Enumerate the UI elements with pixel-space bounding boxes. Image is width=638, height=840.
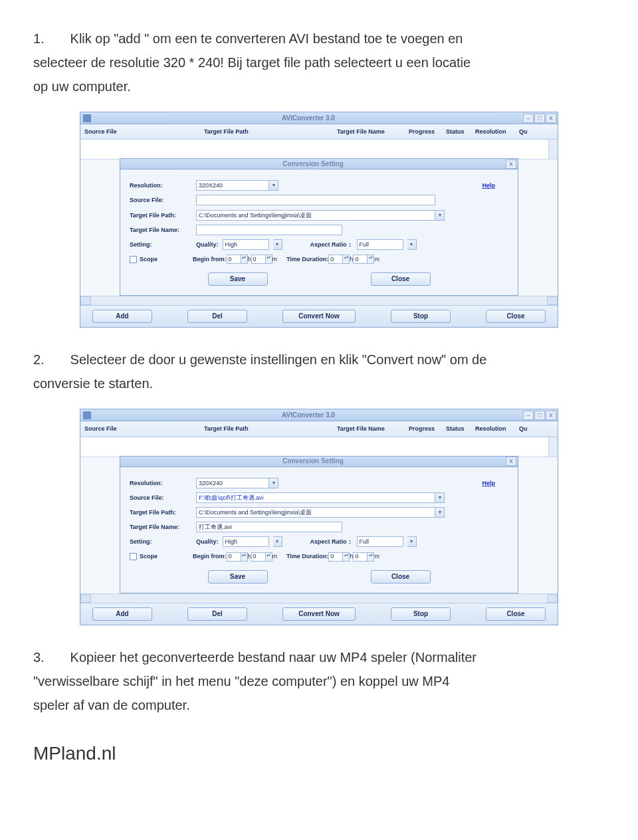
- del-button[interactable]: Del: [187, 607, 247, 621]
- step2-num: 2.: [33, 348, 66, 371]
- stop-button[interactable]: Stop: [391, 607, 451, 621]
- footer-brand: MPland.nl: [33, 737, 605, 770]
- resolution-dropdown-icon[interactable]: ▾: [269, 478, 278, 488]
- quality-input[interactable]: High: [223, 536, 269, 547]
- vertical-scrollbar[interactable]: [548, 140, 558, 159]
- close-window-button[interactable]: X: [546, 411, 556, 420]
- close-window-button[interactable]: X: [546, 114, 556, 123]
- scope-label: Scope: [140, 551, 193, 562]
- add-button[interactable]: Add: [92, 310, 152, 323]
- target-path-input[interactable]: C:\Documents and Settings\lengjinxia\桌面: [196, 210, 435, 221]
- step1-line-b: selecteer de resolutie 320 * 240! Bij ta…: [33, 55, 471, 70]
- resolution-input[interactable]: 320X240: [196, 478, 269, 488]
- step2-line-a: Selecteer de door u gewenste instellinge…: [70, 352, 487, 367]
- resolution-input[interactable]: 320X240: [196, 180, 269, 191]
- save-button[interactable]: Save: [208, 272, 268, 286]
- maximize-button[interactable]: □: [534, 411, 545, 420]
- horizontal-scrollbar[interactable]: [80, 593, 558, 603]
- aspect-dropdown-icon[interactable]: ▾: [407, 239, 417, 250]
- aspect-label: Aspect Ratio：: [310, 536, 353, 547]
- app-icon: [83, 114, 91, 122]
- step1-num: 1.: [33, 27, 66, 51]
- quality-label: Quality:: [196, 239, 219, 250]
- dur-h-input[interactable]: 0: [328, 255, 343, 264]
- source-file-label: Source File:: [130, 195, 196, 205]
- target-name-label: Target File Name:: [130, 522, 196, 532]
- target-name-input[interactable]: [196, 225, 342, 235]
- maximize-button[interactable]: □: [534, 114, 545, 123]
- column-headers: Source File Target File Path Target File…: [80, 124, 558, 140]
- del-button[interactable]: Del: [187, 310, 247, 323]
- begin-m-input[interactable]: 0: [251, 255, 266, 264]
- minimize-button[interactable]: –: [523, 411, 534, 420]
- app-icon: [83, 411, 91, 419]
- dur-h-input[interactable]: 0: [328, 552, 343, 562]
- close-button[interactable]: Close: [371, 272, 431, 286]
- source-file-label: Source File:: [130, 492, 196, 503]
- m-unit: m: [374, 254, 379, 264]
- begin-m-input[interactable]: 0: [251, 552, 266, 562]
- minimize-button[interactable]: –: [523, 114, 534, 123]
- aspect-input[interactable]: Full: [357, 536, 403, 547]
- spinner-icon[interactable]: ▴▾: [266, 552, 272, 562]
- begin-h-input[interactable]: 0: [227, 255, 241, 264]
- scope-checkbox[interactable]: [130, 256, 137, 263]
- dialog-close-icon[interactable]: X: [506, 457, 516, 466]
- step3-num: 3.: [33, 645, 66, 669]
- close-app-button[interactable]: Close: [486, 607, 546, 621]
- time-duration-label: Time Duration:: [286, 551, 328, 562]
- target-name-label: Target File Name:: [130, 225, 196, 235]
- quality-dropdown-icon[interactable]: ▾: [273, 536, 282, 547]
- convert-now-button[interactable]: Convert Now: [282, 607, 356, 621]
- setting-label: Setting:: [130, 239, 196, 250]
- target-path-browse-icon[interactable]: ▾: [435, 507, 445, 518]
- spinner-icon[interactable]: ▴▾: [368, 552, 374, 562]
- close-app-button[interactable]: Close: [486, 310, 546, 323]
- save-button[interactable]: Save: [208, 570, 268, 583]
- stop-button[interactable]: Stop: [391, 310, 451, 323]
- app-title: AVIConverter 3.0: [94, 409, 523, 421]
- source-file-input[interactable]: F:\歌曲\qcif\打工奇遇.avi: [196, 492, 435, 503]
- step1-text: 1. Klik op "add " om een te converteren …: [33, 27, 605, 98]
- col-source: Source File: [84, 423, 204, 434]
- help-link[interactable]: Help: [482, 478, 495, 488]
- conversion-setting-dialog: Conversion Setting X Resolution: 320X240…: [120, 158, 518, 296]
- resolution-label: Resolution:: [130, 180, 196, 191]
- quality-input[interactable]: High: [223, 239, 269, 250]
- target-name-input[interactable]: 打工奇遇.avi: [196, 522, 342, 532]
- col-target-path: Target File Path: [204, 126, 337, 137]
- convert-now-button[interactable]: Convert Now: [282, 310, 356, 323]
- spinner-icon[interactable]: ▴▾: [241, 255, 248, 264]
- scope-checkbox[interactable]: [130, 553, 137, 560]
- spinner-icon[interactable]: ▴▾: [241, 552, 248, 562]
- help-link[interactable]: Help: [482, 180, 495, 191]
- source-file-input[interactable]: [196, 195, 435, 205]
- dur-m-input[interactable]: 0: [353, 255, 368, 264]
- target-path-input[interactable]: C:\Documents and Settings\lengjinxia\桌面: [196, 507, 435, 518]
- dialog-close-icon[interactable]: X: [506, 159, 516, 169]
- screenshot-2: AVIConverter 3.0 – □ X Source File Targe…: [80, 409, 558, 625]
- spinner-icon[interactable]: ▴▾: [266, 255, 272, 264]
- spinner-icon[interactable]: ▴▾: [343, 255, 350, 264]
- quality-dropdown-icon[interactable]: ▾: [273, 239, 282, 250]
- main-titlebar: AVIConverter 3.0 – □ X: [80, 112, 558, 124]
- file-list: [80, 140, 558, 159]
- source-browse-icon[interactable]: ▾: [435, 492, 445, 503]
- step2-line-b: conversie te starten.: [33, 376, 153, 391]
- dialog-title: Conversion Setting: [120, 455, 506, 467]
- target-path-browse-icon[interactable]: ▾: [435, 210, 445, 221]
- spinner-icon[interactable]: ▴▾: [368, 255, 374, 264]
- horizontal-scrollbar[interactable]: [80, 296, 558, 305]
- resolution-dropdown-icon[interactable]: ▾: [269, 180, 278, 191]
- aspect-dropdown-icon[interactable]: ▾: [407, 536, 417, 547]
- aspect-input[interactable]: Full: [357, 239, 403, 250]
- close-button[interactable]: Close: [371, 570, 431, 583]
- col-target-name: Target File Name: [337, 423, 409, 434]
- col-target-path: Target File Path: [204, 423, 337, 434]
- spinner-icon[interactable]: ▴▾: [343, 552, 350, 562]
- begin-h-input[interactable]: 0: [227, 552, 241, 562]
- scope-label: Scope: [140, 254, 193, 264]
- add-button[interactable]: Add: [92, 607, 152, 621]
- dur-m-input[interactable]: 0: [353, 552, 368, 562]
- vertical-scrollbar[interactable]: [548, 437, 558, 457]
